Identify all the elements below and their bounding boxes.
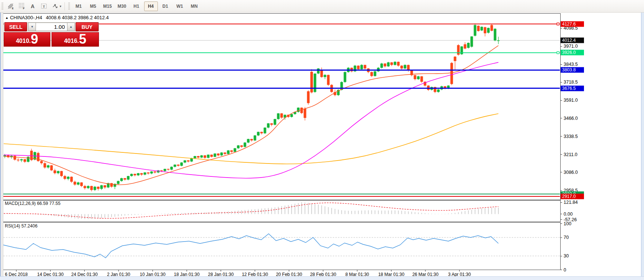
svg-text:F: F (23, 7, 25, 10)
price-tick-label: 3466.0 (564, 116, 578, 121)
buy-button[interactable]: BUY (76, 22, 99, 31)
timeframe-group: M1M5M15M30H1H4D1W1MN (72, 1, 202, 11)
window-bottom-edge (0, 276, 644, 280)
tf-button-MN[interactable]: MN (187, 1, 201, 11)
sell-price-big-digit: 9 (31, 33, 38, 46)
macd-indicator (4, 202, 498, 219)
price-tick-label: 3591.0 (564, 98, 578, 103)
indicator-tick-dash (560, 214, 562, 214)
price-tick-label: 3971.0 (564, 44, 578, 49)
window-right-edge[interactable] (641, 0, 644, 280)
buy-price-big-digit: 5 (79, 33, 86, 46)
toolbar-grip[interactable] (1, 3, 3, 10)
letter-a-icon[interactable]: A (27, 1, 38, 11)
tf-button-W1[interactable]: W1 (173, 1, 187, 11)
one-click-trade-panel: SELL ▼ ▲ BUY 4010.9 4016.5 (4, 20, 99, 47)
ma-slow-line (4, 114, 498, 164)
price-tick-label: 3718.5 (564, 80, 578, 85)
toolbar-grip2[interactable] (68, 3, 70, 10)
tf-button-M15[interactable]: M15 (101, 1, 114, 11)
sell-price-tile[interactable]: 4010.9 (4, 32, 50, 47)
diagonal-arrows-icon[interactable] (50, 1, 60, 11)
ma-fast-line (4, 45, 498, 185)
indicator-tick-dash (560, 219, 562, 220)
price-badge: 2917.0 (561, 193, 584, 199)
collapse-icon[interactable]: ▲ (5, 16, 9, 20)
indicator-tick-label: 30 (564, 253, 569, 259)
price-badge: 4012.4 (561, 38, 584, 43)
price-tick-label: 3338.5 (564, 134, 578, 139)
price-tick-dash (560, 28, 562, 28)
indicator-tick-label: 0.00 (564, 212, 572, 217)
moving-averages (4, 45, 498, 185)
sell-button[interactable]: SELL (4, 22, 27, 31)
toolbar-separator (64, 2, 65, 10)
candles-layer (4, 23, 500, 191)
sell-price-int: 4010 (16, 38, 29, 44)
price-badge: 3676.5 (561, 85, 584, 91)
price-badge: 4127.6 (561, 21, 584, 27)
price-tick-label: 3211.0 (564, 152, 577, 157)
price-badge: 3803.8 (561, 67, 584, 73)
grid-f-icon[interactable]: F (16, 1, 27, 11)
price-tiles: 4010.9 4016.5 (4, 32, 99, 47)
svg-text:T: T (43, 5, 45, 9)
rsi-label: RSI(14) 57.2406 (5, 223, 37, 229)
chart-header: ▲CHINA300-,H44008.6 4038.2 3986.2 4012.4 (5, 15, 109, 20)
date-ticks (16, 270, 459, 271)
price-badge: 3926.0 (561, 50, 584, 55)
indicator-tick-dash (560, 256, 562, 256)
chevron-down-icon[interactable]: ▾ (60, 4, 62, 8)
price-tick-dash (560, 118, 562, 118)
trade-row: SELL ▼ ▲ BUY (4, 22, 99, 31)
toolbar-icon-group: EFAT (5, 1, 60, 11)
tf-button-H4[interactable]: H4 (144, 1, 158, 11)
buy-price-int: 4016 (64, 38, 77, 44)
price-tick-dash (560, 136, 562, 136)
ma-mid-line (4, 63, 498, 178)
price-tick-label: 3086.0 (564, 170, 578, 175)
tf-button-M5[interactable]: M5 (86, 1, 100, 11)
svg-text:A: A (30, 3, 34, 9)
symbol-title: CHINA300-,H4 (10, 15, 42, 20)
indicator-tick-label: 70 (564, 235, 569, 240)
tf-button-H1[interactable]: H1 (130, 1, 143, 11)
price-tick-dash (560, 64, 562, 65)
indicator-tick-label: 100 (564, 221, 571, 226)
price-tick-dash (560, 100, 562, 101)
indicator-tick-dash (560, 237, 562, 238)
buy-price-tile[interactable]: 4016.5 (52, 32, 99, 47)
indicator-tick-label: 121.84 (564, 200, 578, 205)
indicator-tick-dash (560, 202, 562, 203)
horizontal-level-lines[interactable] (3, 23, 560, 196)
window-left-edge (0, 13, 3, 280)
price-tick-dash (560, 46, 562, 47)
price-tick-dash (560, 154, 562, 155)
indicator-tick-label: 0 (564, 267, 566, 273)
volume-decrease-button[interactable]: ▼ (28, 23, 36, 31)
panel-borders (3, 14, 561, 270)
indicator-tick-dash (560, 270, 562, 270)
tf-button-D1[interactable]: D1 (159, 1, 172, 11)
tf-button-M1[interactable]: M1 (72, 1, 86, 11)
volume-input[interactable] (36, 23, 67, 31)
main-toolbar: EFAT ▾ M1M5M15M30H1H4D1W1MN (0, 0, 644, 13)
indicator-tick-dash (560, 223, 562, 224)
tf-button-M30[interactable]: M30 (115, 1, 129, 11)
price-tick-label: 3843.5 (564, 62, 578, 67)
crosshatch-e-icon[interactable]: E (5, 1, 16, 11)
price-tick-dash (560, 82, 562, 82)
volume-increase-button[interactable]: ▲ (67, 23, 75, 31)
price-tick-dash (560, 190, 562, 191)
text-box-icon[interactable]: T (39, 1, 49, 11)
macd-label: MACD(12,26,9) 66.59 77.55 (5, 201, 60, 206)
rsi-indicator (3, 234, 560, 258)
ohlc-values: 4008.6 4038.2 3986.2 4012.4 (46, 15, 109, 20)
price-tick-dash (560, 172, 562, 172)
svg-text:E: E (12, 7, 14, 10)
